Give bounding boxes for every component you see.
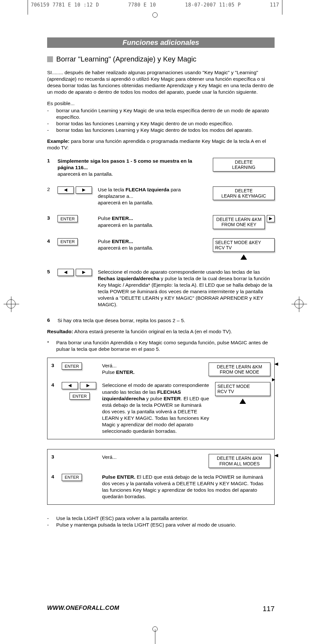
lcd-display: DELETE LEARN &KM FROM ALL MODES	[209, 454, 270, 468]
arrow-right-icon	[269, 376, 278, 383]
list-item: -Pulse y mantenga pulsada la tecla LIGHT…	[47, 522, 275, 528]
section-heading: Borrar "Learning" (Aprendizaje) y Key Ma…	[47, 55, 275, 63]
step-keys: ENTER	[62, 382, 97, 400]
job-id: 706159 7781 E 10 :12 D	[31, 2, 99, 8]
lcd-display: DELETE LEARN &KM FROM ONE MODE	[209, 363, 270, 376]
step-number: 4	[51, 474, 57, 480]
job-page: 117	[270, 2, 279, 8]
arrow-left-icon	[58, 186, 74, 194]
step-keys: ENTER	[58, 215, 93, 222]
example-text: para borar una función aprendida o progr…	[47, 138, 266, 150]
step-row: 5 Seleccione el modo de aparato correspo…	[47, 269, 275, 308]
crop-mark	[282, 0, 282, 15]
lcd-display: SELECT MODE RCV TV	[215, 382, 270, 404]
step-keys	[58, 269, 93, 276]
step-keys: ENTER	[58, 238, 93, 245]
lcd-display: DELETE LEARNING	[213, 158, 275, 171]
step-text: Use la tecla FLECHA Izquierda para despl…	[98, 186, 208, 206]
page-footer: WWW.ONEFORALL.COM 117	[47, 605, 275, 613]
step-row: 3 ENTER Verá... Pulse ENTER. DELETE LEAR…	[51, 363, 270, 376]
section-title-text: Borrar "Learning" (Aprendizaje) y Key Ma…	[56, 55, 196, 63]
registration-mark-icon	[294, 299, 304, 308]
step-keys: ENTER	[62, 474, 97, 481]
list-item: -borrar todas las funciones Learning y K…	[47, 120, 275, 127]
mode-delete-box: 3 ENTER Verá... Pulse ENTER. DELETE LEAR…	[47, 358, 275, 439]
bullet-square-icon	[47, 56, 53, 62]
step-row: 4 ENTER Seleccione el modo de aparato co…	[51, 382, 270, 434]
all-modes-delete-box: 3 Verá... DELETE LEARN &KM FROM ALL MODE…	[47, 449, 275, 505]
main-steps: 1 Simplemente siga los pasos 1 - 5 como …	[47, 158, 275, 324]
enter-key-icon: ENTER	[70, 392, 90, 400]
list-item: -Use la tecla LIGHT (ESC) para volver a …	[47, 515, 275, 522]
step-keys	[58, 186, 93, 194]
example-label: Example:	[47, 138, 70, 144]
page-number: 117	[263, 605, 275, 613]
arrow-right-icon	[76, 186, 92, 194]
triangle-up-icon	[240, 254, 247, 260]
step-row: 4 ENTER Pulse ENTER... aparecerá en la p…	[47, 238, 275, 260]
example-line: Example: para borar una función aprendid…	[47, 138, 275, 151]
step-text: Pulse ENTER... aparecerá en la pantalla.	[98, 238, 208, 251]
step-text: Pulse ENTER. El LED que está debajo de l…	[102, 474, 270, 500]
content-area: Funciones adicionales Borrar "Learning" …	[47, 37, 275, 528]
step-row: 3 ENTER Pulse ENTER... aparecerá en la p…	[47, 215, 275, 229]
step-number: 3	[51, 363, 57, 368]
step-row: 3 Verá... DELETE LEARN &KM FROM ALL MODE…	[51, 454, 270, 468]
step-row: 2 Use la tecla FLECHA Izquierda para des…	[47, 186, 275, 206]
connector-arrow-icon	[274, 454, 278, 457]
triangle-up-icon	[239, 399, 246, 404]
asterisk-note: * Para borrar una función Aprendida o Ke…	[47, 339, 275, 352]
arrow-right-icon	[76, 269, 92, 276]
step-text: Verá...	[102, 454, 204, 460]
step-text: Si hay otra tecla que desea borrar, repi…	[58, 317, 275, 324]
list-item: -borrar una función Learning y Key Magic…	[47, 107, 275, 120]
resultado-label: Resultado:	[47, 329, 73, 334]
arrow-right-icon	[80, 382, 96, 389]
page: 706159 7781 E 10 :12 D 7780 E 10 18-07-2…	[0, 0, 310, 644]
job-mid: 7780 E 10	[128, 2, 156, 8]
step-number: 6	[47, 317, 53, 323]
page-title: Funciones adicionales	[47, 37, 275, 48]
resultado-line: Resultado: Ahora estará presente la func…	[47, 328, 275, 335]
arrow-right-icon	[267, 215, 275, 222]
possible-label: Es posible...	[47, 100, 275, 107]
step-text: Simplemente siga los pasos 1 - 5 como se…	[58, 158, 208, 177]
arrow-left-icon	[62, 382, 78, 389]
job-date: 18-07-2007 11:05 P	[185, 2, 241, 8]
step-text: Seleccione el modo de aparato correspond…	[102, 382, 211, 434]
print-job-header: 706159 7781 E 10 :12 D 7780 E 10 18-07-2…	[31, 2, 279, 8]
intro-paragraph: SI........ después de haber realizado al…	[47, 69, 275, 96]
enter-key-icon: ENTER	[62, 363, 82, 370]
step-row: 4 ENTER Pulse ENTER. El LED que está deb…	[51, 474, 270, 500]
enter-key-icon: ENTER	[58, 238, 78, 245]
step-number: 2	[47, 186, 53, 192]
step-number: 4	[51, 382, 57, 388]
step-text: Seleccione el modo de aparato correspond…	[98, 269, 275, 308]
step-number: 1	[47, 158, 53, 164]
lcd-display: DELETE LEARN & KEYMAGIC	[213, 186, 275, 200]
step-number: 5	[47, 269, 53, 275]
lcd-display: SELECT MODE &KEY RCV TV	[213, 238, 275, 260]
footer-url: WWW.ONEFORALL.COM	[47, 605, 119, 613]
arrow-left-icon	[58, 269, 74, 276]
registration-mark-icon	[6, 299, 16, 308]
connector-arrow-icon	[274, 363, 278, 366]
step-number: 3	[51, 454, 57, 460]
enter-key-icon: ENTER	[58, 215, 78, 222]
lcd-display: DELETE LEARN &KM FROM ONE KEY	[213, 215, 275, 229]
enter-key-icon: ENTER	[62, 474, 82, 481]
step-number: 3	[47, 215, 53, 221]
resultado-text: Ahora estará presente la función origina…	[73, 329, 232, 334]
crop-circle-icon	[152, 626, 158, 632]
list-item: -borrar todas las funciones Learning y K…	[47, 127, 275, 133]
step-text: Verá... Pulse ENTER.	[102, 363, 204, 376]
step-keys: ENTER	[62, 363, 97, 370]
step-row: 1 Simplemente siga los pasos 1 - 5 como …	[47, 158, 275, 177]
step-number: 4	[47, 238, 53, 244]
step-text: Pulse ENTER... aparecerá en la pantalla.	[98, 215, 208, 228]
crop-circle-icon	[152, 12, 158, 18]
step-row: 6 Si hay otra tecla que desea borrar, re…	[47, 317, 275, 324]
crop-mark	[28, 0, 28, 15]
